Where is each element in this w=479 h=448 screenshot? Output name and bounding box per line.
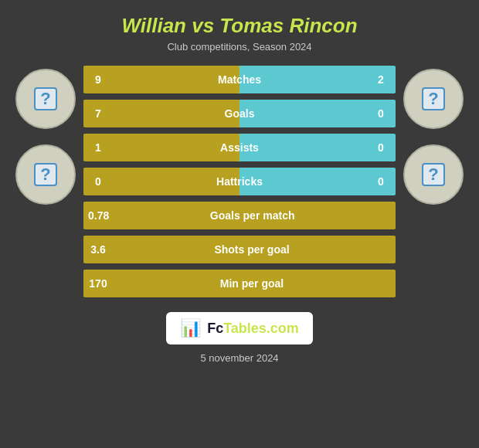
stat-row: 0.78Goals per match <box>83 201 396 230</box>
stat-value-right: 0 <box>371 107 396 120</box>
stat-bar: 0.78Goals per match <box>83 202 396 229</box>
stat-label: Shots per goal <box>108 243 396 256</box>
stat-bar: 170Min per goal <box>83 270 396 297</box>
player-left-avatar-top: ? <box>15 69 76 129</box>
stat-value-left: 0.78 <box>83 209 109 222</box>
footer: 📊 FcTables.com 5 november 2024 <box>166 312 313 364</box>
page-title: Willian vs Tomas Rincon <box>8 14 471 38</box>
stat-value-left: 9 <box>83 73 108 86</box>
stat-value-right: 0 <box>371 141 396 154</box>
main-content: ? ? 9Matches27Goals01Assists00Hattricks0… <box>0 57 479 298</box>
stat-label: Assists <box>108 141 371 154</box>
stat-bar: 9Matches2 <box>83 66 396 93</box>
stat-row: 7Goals0 <box>83 99 396 128</box>
stat-label: Hattricks <box>108 175 371 188</box>
stat-label: Min per goal <box>108 277 396 290</box>
player-right-avatar-top: ? <box>403 69 464 129</box>
avatar-question-mark-left-top: ? <box>34 87 57 110</box>
logo-text: FcTables.com <box>207 321 299 337</box>
stat-bar: 0Hattricks0 <box>83 168 396 195</box>
header: Willian vs Tomas Rincon Club competition… <box>0 0 479 57</box>
stat-value-left: 7 <box>83 107 108 120</box>
stat-bar: 1Assists0 <box>83 134 396 161</box>
logo-text-colored: Tables.com <box>223 321 299 336</box>
stat-row: 3.6Shots per goal <box>83 235 396 264</box>
logo-icon: 📊 <box>180 318 201 338</box>
logo-box: 📊 FcTables.com <box>166 312 313 344</box>
stat-row: 0Hattricks0 <box>83 167 396 196</box>
stat-row: 170Min per goal <box>83 269 396 298</box>
avatar-question-mark-right-bottom: ? <box>422 163 445 186</box>
avatar-question-mark-left-bottom: ? <box>34 163 57 186</box>
date-label: 5 november 2024 <box>200 352 278 364</box>
stat-bar: 3.6Shots per goal <box>83 236 396 263</box>
stat-bar: 7Goals0 <box>83 100 396 127</box>
stat-value-left: 170 <box>83 277 108 290</box>
stat-value-right: 0 <box>371 175 396 188</box>
stat-label: Goals per match <box>109 209 396 222</box>
left-player-avatars: ? ? <box>15 65 76 205</box>
stats-wrapper: 9Matches27Goals01Assists00Hattricks00.78… <box>83 65 396 298</box>
stat-value-left: 0 <box>83 175 108 188</box>
subtitle: Club competitions, Season 2024 <box>8 41 471 53</box>
avatar-question-mark-right-top: ? <box>422 87 445 110</box>
stat-value-right: 2 <box>371 73 396 86</box>
player-left-avatar-bottom: ? <box>15 144 76 205</box>
right-player-avatars: ? ? <box>403 65 464 205</box>
stat-value-left: 3.6 <box>83 243 108 256</box>
stat-value-left: 1 <box>83 141 108 154</box>
player-right-avatar-bottom: ? <box>403 144 464 205</box>
stat-label: Goals <box>108 107 371 120</box>
stat-row: 1Assists0 <box>83 133 396 162</box>
stat-label: Matches <box>108 73 371 86</box>
stat-row: 9Matches2 <box>83 65 396 94</box>
